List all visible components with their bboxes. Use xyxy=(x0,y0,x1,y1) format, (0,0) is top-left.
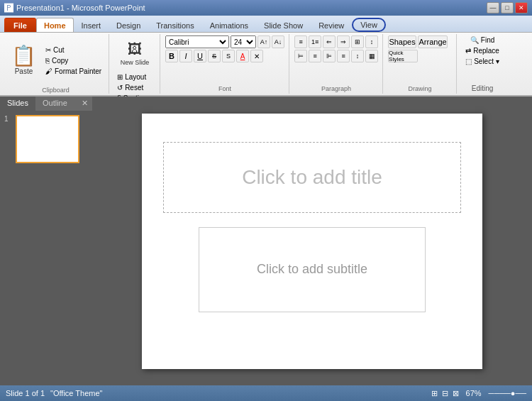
find-button[interactable]: 🔍 Find xyxy=(467,35,497,45)
tab-transitions[interactable]: Transitions xyxy=(148,18,201,32)
align-right-button[interactable]: ⊫ xyxy=(323,50,336,62)
align-left-button[interactable]: ⊨ xyxy=(294,50,307,62)
title-placeholder[interactable]: Click to add title xyxy=(163,142,461,213)
new-slide-button[interactable]: 🖼 New Slide xyxy=(116,35,154,71)
underline-button[interactable]: U xyxy=(194,50,206,62)
clipboard-content: 📋 Paste ✂ Cut ⎘ Copy 🖌 Format Painter xyxy=(7,35,104,85)
format-painter-icon: 🖌 xyxy=(45,67,52,75)
reset-button[interactable]: ↺ Reset xyxy=(114,83,155,92)
clear-format-button[interactable]: ✕ xyxy=(250,50,263,62)
format-painter-button[interactable]: 🖌 Format Painter xyxy=(43,67,104,76)
font-content: Calibri 24 A↑ A↓ B I U S S A ✕ xyxy=(165,35,284,84)
slide-panel-tabs: Slides Outline ✕ xyxy=(0,97,92,111)
arrange-button[interactable]: Arrange xyxy=(418,35,448,48)
title-bar: 🅿 Presentation1 - Microsoft PowerPoint —… xyxy=(0,0,532,16)
status-bar: Slide 1 of 1 "Office Theme" ⊞ ⊟ ⊠ 67% ──… xyxy=(0,385,532,401)
replace-button[interactable]: ⇄ Replace xyxy=(462,46,502,55)
slide-panel: Slides Outline ✕ 1 xyxy=(0,97,92,385)
paragraph-content: ≡ 1≡ ⇐ ⇒ ⊞ ↕ ⊨ ≡ ⊫ ≡ ↕ ▦ xyxy=(294,35,378,84)
numbered-list-button[interactable]: 1≡ xyxy=(309,35,321,48)
tab-home[interactable]: Home xyxy=(36,18,74,32)
slide-canvas: Click to add title Click to add subtitle xyxy=(142,114,482,369)
shapes-row: Shapes Arrange Quick Styles xyxy=(388,35,452,62)
clipboard-small-btns: ✂ Cut ⎘ Copy 🖌 Format Painter xyxy=(43,45,104,76)
paste-icon: 📋 xyxy=(11,46,36,66)
strikethrough-button[interactable]: S xyxy=(208,50,221,62)
shadow-button[interactable]: S xyxy=(222,50,235,62)
font-label: Font xyxy=(218,85,231,92)
font-color-button[interactable]: A xyxy=(236,50,249,62)
find-icon: 🔍 xyxy=(470,36,479,44)
layout-icon: ⊞ xyxy=(117,73,123,81)
para-row2: ⊨ ≡ ⊫ ≡ ↕ ▦ xyxy=(294,50,378,62)
slide-panel-tab-outline[interactable]: Outline xyxy=(35,97,74,111)
slide-panel-close-button[interactable]: ✕ xyxy=(77,97,92,111)
title-bar-controls: — □ ✕ xyxy=(487,2,528,13)
slide-panel-tab-slides[interactable]: Slides xyxy=(0,97,35,111)
shapes-button[interactable]: Shapes xyxy=(388,35,416,48)
slide-thumb-1: 1 xyxy=(4,115,88,163)
copy-button[interactable]: ⎘ Copy xyxy=(43,56,104,65)
bullet-list-button[interactable]: ≡ xyxy=(294,35,307,48)
view-reading-icon[interactable]: ⊠ xyxy=(453,389,459,398)
reset-icon: ↺ xyxy=(117,84,123,92)
drawing-label: Drawing xyxy=(409,85,432,92)
layout-button[interactable]: ⊞ Layout xyxy=(114,72,155,82)
text-direction-button[interactable]: ↕ xyxy=(365,35,378,48)
new-slide-icon: 🖼 xyxy=(128,41,142,57)
select-dropdown-icon: ▾ xyxy=(496,57,499,65)
group-drawing: Shapes Arrange Quick Styles Drawing xyxy=(384,34,457,94)
minimize-button[interactable]: — xyxy=(487,2,499,13)
cut-button[interactable]: ✂ Cut xyxy=(43,45,104,55)
view-normal-icon[interactable]: ⊞ xyxy=(431,389,438,398)
paste-button[interactable]: 📋 Paste xyxy=(7,35,40,85)
slides-content: 🖼 New Slide ⊞ Layout ↺ Reset § Section xyxy=(114,35,155,103)
quick-styles-button[interactable]: Quick Styles xyxy=(388,50,418,62)
columns-button[interactable]: ⊞ xyxy=(351,35,364,48)
select-button[interactable]: ⬚ Select ▾ xyxy=(462,57,502,66)
zoom-slider[interactable]: ────●── xyxy=(489,389,526,397)
close-button[interactable]: ✕ xyxy=(515,2,528,13)
maximize-button[interactable]: □ xyxy=(501,2,514,13)
font-row-1: Calibri 24 A↑ A↓ xyxy=(165,35,284,48)
font-name-select[interactable]: Calibri xyxy=(165,35,229,48)
editing-content: 🔍 Find ⇄ Replace ⬚ Select ▾ xyxy=(462,35,502,83)
bold-button[interactable]: B xyxy=(165,50,178,62)
tab-review[interactable]: Review xyxy=(311,18,352,32)
drawing-content: Shapes Arrange Quick Styles xyxy=(388,35,452,84)
line-spacing-button[interactable]: ↕ xyxy=(351,50,364,62)
tab-insert[interactable]: Insert xyxy=(74,18,109,32)
font-row-2: B I U S S A ✕ xyxy=(165,50,263,62)
tab-animations[interactable]: Animations xyxy=(202,18,256,32)
align-center-button[interactable]: ≡ xyxy=(309,50,321,62)
tab-design[interactable]: Design xyxy=(109,18,148,32)
tab-file[interactable]: File xyxy=(4,18,36,32)
italic-button[interactable]: I xyxy=(179,50,192,62)
indent-decrease-button[interactable]: ⇐ xyxy=(323,35,336,48)
group-editing: 🔍 Find ⇄ Replace ⬚ Select ▾ Editing xyxy=(458,34,507,94)
clipboard-label: Clipboard xyxy=(42,87,70,94)
slide-number-1: 1 xyxy=(4,115,13,123)
increase-font-button[interactable]: A↑ xyxy=(257,35,270,48)
title-bar-title: Presentation1 - Microsoft PowerPoint xyxy=(16,4,145,12)
ribbon: 📋 Paste ✂ Cut ⎘ Copy 🖌 Format Painter Cl… xyxy=(0,33,532,97)
slide-thumbnail-1[interactable] xyxy=(16,115,79,163)
tab-slideshow[interactable]: Slide Show xyxy=(256,18,311,32)
font-size-select[interactable]: 24 xyxy=(231,35,256,48)
justify-button[interactable]: ≡ xyxy=(337,50,350,62)
subtitle-placeholder[interactable]: Click to add subtitle xyxy=(199,227,426,312)
zoom-level: 67% xyxy=(466,389,482,397)
theme-info: "Office Theme" xyxy=(50,389,102,397)
decrease-font-button[interactable]: A↓ xyxy=(272,35,284,48)
indent-increase-button[interactable]: ⇒ xyxy=(337,35,350,48)
copy-icon: ⎘ xyxy=(45,57,50,65)
group-clipboard: 📋 Paste ✂ Cut ⎘ Copy 🖌 Format Painter Cl… xyxy=(3,34,109,94)
status-bar-right: ⊞ ⊟ ⊠ 67% ────●── xyxy=(431,389,526,398)
view-slide-sorter-icon[interactable]: ⊟ xyxy=(442,389,448,398)
tab-view[interactable]: View xyxy=(352,18,386,32)
paragraph-more-button[interactable]: ▦ xyxy=(365,50,378,62)
app-icon: 🅿 xyxy=(4,3,13,13)
select-icon: ⬚ xyxy=(465,57,472,65)
cut-icon: ✂ xyxy=(45,46,51,54)
slide-thumbnails: 1 xyxy=(0,111,92,385)
